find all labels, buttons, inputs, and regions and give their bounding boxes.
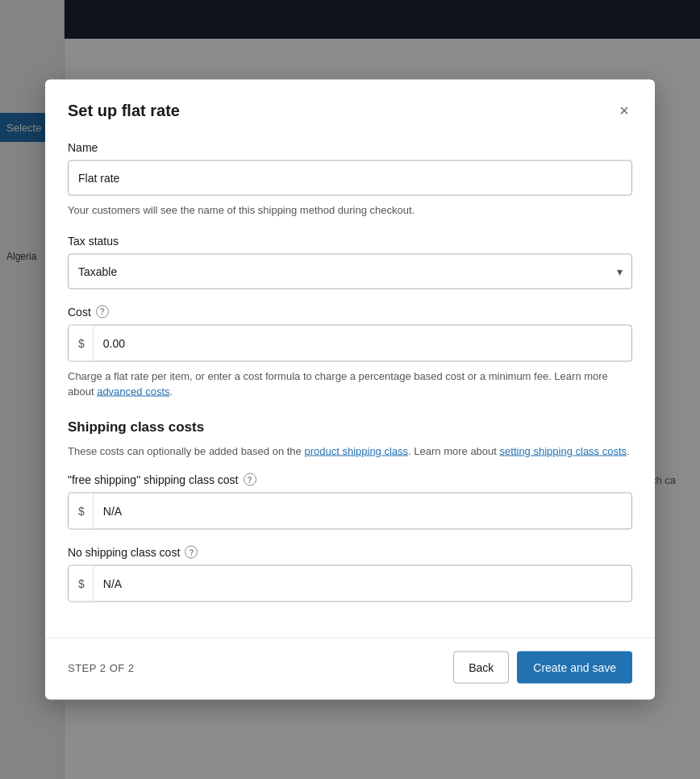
no-shipping-field-group: No shipping class cost ? $: [68, 546, 632, 602]
free-shipping-label: "free shipping" shipping class cost ?: [68, 473, 632, 486]
name-field-group: Name Your customers will see the name of…: [68, 141, 632, 219]
tax-status-label: Tax status: [68, 234, 632, 247]
product-shipping-class-link[interactable]: product shipping class: [304, 444, 408, 456]
setting-shipping-class-costs-link[interactable]: setting shipping class costs: [500, 444, 627, 456]
free-shipping-help-icon[interactable]: ?: [244, 473, 256, 486]
name-label: Name: [68, 141, 632, 154]
no-shipping-label: No shipping class cost ?: [68, 546, 632, 559]
no-shipping-input-wrapper: $: [68, 565, 632, 602]
tax-status-field-group: Tax status Taxable None ▾: [68, 234, 632, 289]
cost-input[interactable]: [94, 325, 631, 360]
shipping-class-heading: Shipping class costs: [68, 419, 632, 435]
footer-buttons: Back Create and save: [453, 652, 632, 684]
free-shipping-prefix: $: [69, 494, 94, 529]
name-input[interactable]: [68, 160, 632, 196]
tax-status-select-wrapper: Taxable None ▾: [68, 253, 632, 289]
cost-help-icon[interactable]: ?: [96, 305, 109, 318]
no-shipping-prefix: $: [69, 566, 94, 602]
create-and-save-button[interactable]: Create and save: [517, 652, 632, 684]
back-button[interactable]: Back: [453, 652, 509, 684]
no-shipping-help-icon[interactable]: ?: [185, 546, 198, 559]
setup-flat-rate-modal: Set up flat rate × Name Your customers w…: [45, 80, 655, 700]
cost-field-group: Cost ? $ Charge a flat rate per item, or…: [68, 305, 632, 399]
cost-prefix: $: [69, 325, 94, 360]
free-shipping-input-wrapper: $: [68, 493, 632, 530]
advanced-costs-link[interactable]: advanced costs: [97, 385, 169, 398]
modal-title: Set up flat rate: [68, 101, 180, 119]
cost-label: Cost ?: [68, 305, 632, 318]
free-shipping-field-group: "free shipping" shipping class cost ? $: [68, 473, 632, 530]
modal-body: Name Your customers will see the name of…: [45, 135, 655, 638]
modal-header: Set up flat rate ×: [45, 80, 655, 135]
step-label: STEP 2 OF 2: [68, 661, 135, 673]
modal-footer: STEP 2 OF 2 Back Create and save: [45, 638, 655, 700]
free-shipping-input[interactable]: [94, 494, 631, 529]
modal-close-button[interactable]: ×: [616, 99, 632, 122]
tax-status-select[interactable]: Taxable None: [68, 253, 632, 289]
cost-input-wrapper: $: [68, 324, 632, 361]
cost-hint: Charge a flat rate per item, or enter a …: [68, 368, 632, 399]
shipping-class-desc: These costs can optionally be added base…: [68, 443, 632, 459]
name-hint: Your customers will see the name of this…: [68, 202, 632, 219]
no-shipping-input[interactable]: [94, 566, 631, 602]
